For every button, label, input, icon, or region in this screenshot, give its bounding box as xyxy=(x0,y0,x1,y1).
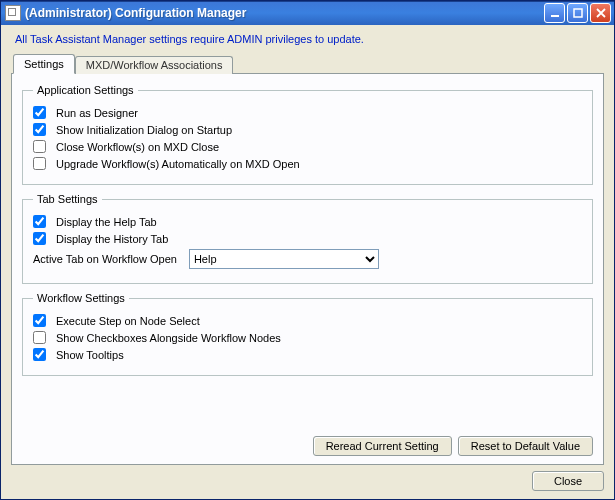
label-active-tab: Active Tab on Workflow Open xyxy=(33,253,177,265)
dialog-footer: Close xyxy=(11,465,604,491)
group-legend: Tab Settings xyxy=(33,193,102,205)
client-area: All Task Assistant Manager settings requ… xyxy=(1,25,614,499)
label-upgrade-wf-on-open: Upgrade Workflow(s) Automatically on MXD… xyxy=(56,158,300,170)
close-window-button[interactable] xyxy=(590,3,611,23)
combo-active-tab[interactable]: Help xyxy=(189,249,379,269)
checkbox-display-help-tab[interactable] xyxy=(33,215,46,228)
checkbox-close-wf-on-mxd-close[interactable] xyxy=(33,140,46,153)
window-frame: (Administrator) Configuration Manager Al… xyxy=(0,0,615,500)
tab-strip: Settings MXD/Workflow Associations xyxy=(13,53,604,73)
reread-button[interactable]: Reread Current Setting xyxy=(313,436,452,456)
label-display-history-tab: Display the History Tab xyxy=(56,233,168,245)
close-button[interactable]: Close xyxy=(532,471,604,491)
label-show-init-dialog: Show Initialization Dialog on Startup xyxy=(56,124,232,136)
app-icon xyxy=(5,5,21,21)
admin-notice: All Task Assistant Manager settings requ… xyxy=(15,33,604,45)
group-legend: Application Settings xyxy=(33,84,138,96)
label-close-wf-on-mxd-close: Close Workflow(s) on MXD Close xyxy=(56,141,219,153)
group-application-settings: Application Settings Run as Designer Sho… xyxy=(22,84,593,185)
tab-label: Settings xyxy=(24,58,64,70)
label-run-as-designer: Run as Designer xyxy=(56,107,138,119)
window-controls xyxy=(544,3,611,23)
minimize-button[interactable] xyxy=(544,3,565,23)
window-title: (Administrator) Configuration Manager xyxy=(25,6,544,20)
reset-button[interactable]: Reset to Default Value xyxy=(458,436,593,456)
checkbox-show-init-dialog[interactable] xyxy=(33,123,46,136)
checkbox-upgrade-wf-on-open[interactable] xyxy=(33,157,46,170)
panel-button-row: Reread Current Setting Reset to Default … xyxy=(22,436,593,456)
group-tab-settings: Tab Settings Display the Help Tab Displa… xyxy=(22,193,593,284)
checkbox-display-history-tab[interactable] xyxy=(33,232,46,245)
checkbox-show-tooltips[interactable] xyxy=(33,348,46,361)
label-show-tooltips: Show Tooltips xyxy=(56,349,124,361)
label-display-help-tab: Display the Help Tab xyxy=(56,216,157,228)
label-show-checkboxes: Show Checkboxes Alongside Workflow Nodes xyxy=(56,332,281,344)
tab-label: MXD/Workflow Associations xyxy=(86,59,223,71)
label-exec-on-select: Execute Step on Node Select xyxy=(56,315,200,327)
tab-settings[interactable]: Settings xyxy=(13,54,75,74)
group-workflow-settings: Workflow Settings Execute Step on Node S… xyxy=(22,292,593,376)
maximize-button[interactable] xyxy=(567,3,588,23)
titlebar: (Administrator) Configuration Manager xyxy=(1,1,614,25)
tab-container: Settings MXD/Workflow Associations Appli… xyxy=(11,53,604,465)
checkbox-show-checkboxes[interactable] xyxy=(33,331,46,344)
svg-rect-1 xyxy=(574,9,582,17)
checkbox-run-as-designer[interactable] xyxy=(33,106,46,119)
checkbox-exec-on-select[interactable] xyxy=(33,314,46,327)
svg-rect-0 xyxy=(551,15,559,17)
tab-mxd-workflow-associations[interactable]: MXD/Workflow Associations xyxy=(75,56,234,74)
group-legend: Workflow Settings xyxy=(33,292,129,304)
settings-panel: Application Settings Run as Designer Sho… xyxy=(11,73,604,465)
